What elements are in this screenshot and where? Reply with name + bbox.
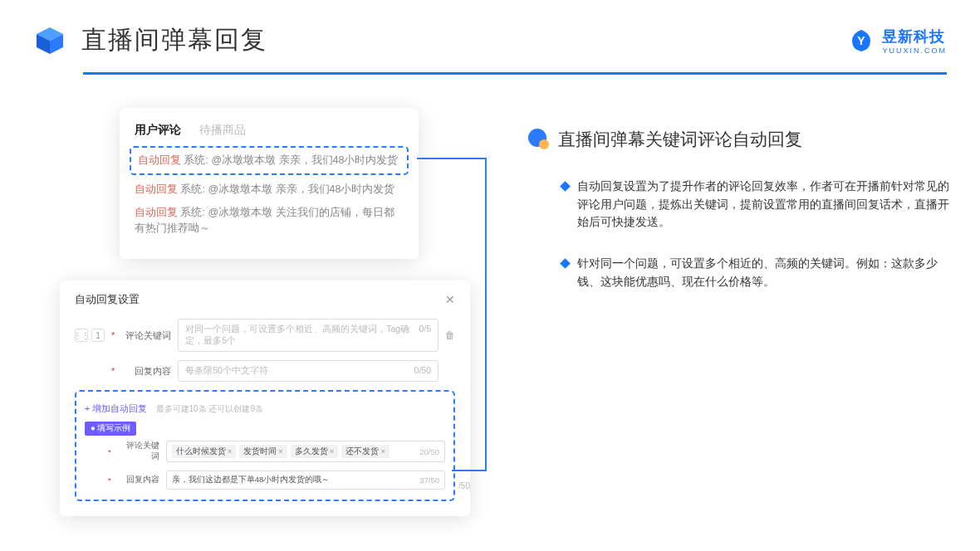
content-input[interactable]: 每条限50个中文字符0/50 bbox=[178, 360, 439, 382]
connector-line bbox=[485, 158, 487, 471]
settings-modal: 自动回复设置 ✕ ⋮⋮1 *评论关键词 对同一个问题，可设置多个相近、高频的关键… bbox=[60, 280, 470, 516]
tag[interactable]: 什么时候发货× bbox=[172, 445, 237, 458]
reply-item: 自动回复 系统: @冰墩墩本墩 关注我们的店铺，每日都有热门推荐呦～ bbox=[135, 205, 404, 237]
example-badge: ● 填写示例 bbox=[85, 422, 136, 436]
keyword-input[interactable]: 对同一个问题，可设置多个相近、高频的关键词，Tag确定，最多5个0/5 bbox=[178, 319, 439, 352]
brand-logo: Y 昱新科技 YUUXIN.COM bbox=[849, 27, 947, 55]
reply-item: 自动回复 系统: @冰墩墩本墩 亲亲，我们48小时内发货 bbox=[135, 182, 404, 197]
counter-extra: /50 bbox=[458, 481, 470, 490]
index-box: 1 bbox=[91, 329, 105, 342]
bullet-item: 自动回复设置为了提升作者的评论回复效率，作者可在开播前针对常见的评论用户问题，提… bbox=[527, 178, 953, 232]
add-hint: 最多可建10条 还可以创建9条 bbox=[156, 404, 263, 413]
example-block: + 增加自动回复 最多可建10条 还可以创建9条 ● 填写示例 *评论关键词 什… bbox=[75, 390, 455, 501]
close-icon[interactable]: ✕ bbox=[445, 293, 455, 306]
delete-icon[interactable]: 🗑 bbox=[445, 329, 455, 341]
tag[interactable]: 发货时间× bbox=[239, 445, 287, 458]
brand-sub: YUUXIN.COM bbox=[882, 46, 947, 55]
diamond-icon bbox=[560, 258, 571, 269]
drag-handle-icon[interactable]: ⋮⋮ bbox=[75, 329, 88, 342]
page-title: 直播间弹幕回复 bbox=[81, 23, 267, 57]
modal-title: 自动回复设置 bbox=[75, 292, 140, 307]
example-keyword-input[interactable]: 什么时候发货× 发货时间× 多久发货× 还不发货× 20/50 bbox=[166, 441, 445, 462]
left-panel: 用户评论 待播商品 自动回复 系统: @冰墩墩本墩 亲亲，我们48小时内发货 自… bbox=[60, 108, 467, 314]
svg-point-5 bbox=[539, 139, 549, 149]
field-label: 回复内容 bbox=[123, 365, 171, 378]
bullet-item: 针对同一个问题，可设置多个相近的、高频的关键词。例如：这款多少钱、这块能优惠吗、… bbox=[527, 255, 953, 290]
diamond-icon bbox=[560, 181, 571, 192]
example-content-input[interactable]: 亲，我们这边都是下单48小时内发货的哦～37/50 bbox=[166, 471, 445, 490]
tag[interactable]: 多久发货× bbox=[291, 445, 339, 458]
tab-products[interactable]: 待播商品 bbox=[199, 123, 246, 138]
section-title: 直播间弹幕关键词评论自动回复 bbox=[558, 128, 802, 151]
highlighted-reply: 自动回复 系统: @冰墩墩本墩 亲亲，我们48小时内发货 bbox=[130, 146, 409, 175]
brand-icon: Y bbox=[849, 28, 874, 53]
comment-card: 用户评论 待播商品 自动回复 系统: @冰墩墩本墩 亲亲，我们48小时内发货 自… bbox=[120, 108, 419, 259]
field-label: 评论关键词 bbox=[123, 329, 171, 342]
svg-text:Y: Y bbox=[858, 34, 866, 47]
tag[interactable]: 还不发货× bbox=[341, 445, 390, 458]
connector-line bbox=[417, 158, 487, 159]
header: 直播间弹幕回复 Y 昱新科技 YUUXIN.COM bbox=[0, 0, 980, 57]
right-panel: 直播间弹幕关键词评论自动回复 自动回复设置为了提升作者的评论回复效率，作者可在开… bbox=[527, 108, 953, 314]
cube-icon bbox=[33, 24, 66, 57]
chat-bubble-icon bbox=[527, 128, 550, 151]
tab-comments[interactable]: 用户评论 bbox=[135, 123, 181, 138]
add-reply-link[interactable]: + 增加自动回复 bbox=[85, 403, 147, 413]
brand-name: 昱新科技 bbox=[882, 27, 947, 46]
